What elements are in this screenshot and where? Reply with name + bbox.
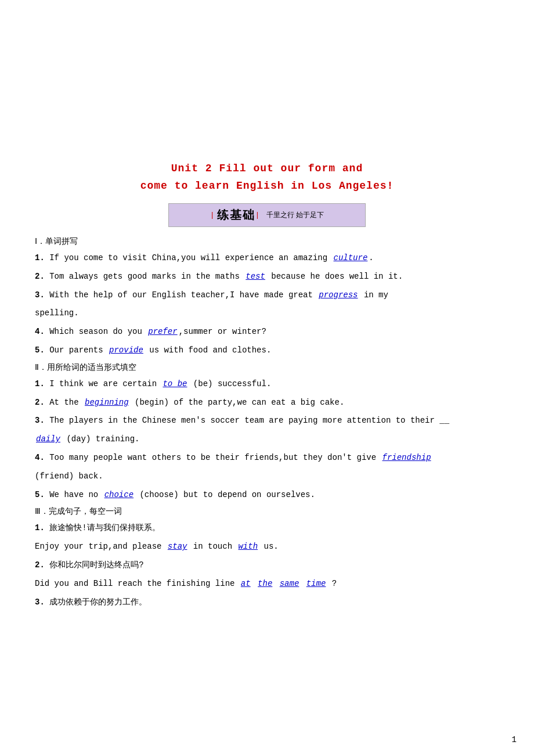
unit-title-line2: come to learn English in Los Angeles! xyxy=(35,180,499,192)
question-1-1: 1. If you come to visit China,you will e… xyxy=(35,251,499,265)
q2-5-answer: choice xyxy=(103,490,135,499)
q2-2-answer: beginning xyxy=(84,398,130,407)
q2-1-num: 1. xyxy=(35,379,45,388)
question-3-1-chinese: 1. 旅途愉快!请与我们保持联系。 xyxy=(35,521,499,535)
q2-3-num: 3. xyxy=(35,416,45,425)
q3-2-answer1: at xyxy=(240,579,252,588)
q2-before: Tom always gets good marks in the maths xyxy=(49,272,244,281)
q4-num: 4. xyxy=(35,327,45,336)
q4-answer: prefer xyxy=(147,327,178,336)
q3-2-sp1 xyxy=(252,579,257,588)
q1-after: . xyxy=(369,253,373,262)
q3-2-answer2: the xyxy=(257,579,273,588)
q2-3-hint: (day) training. xyxy=(62,434,139,444)
section-2: Ⅱ．用所给词的适当形式填空 1. I think we are certain … xyxy=(35,362,499,502)
q3-1-answer2: with xyxy=(237,542,259,551)
question-2-3: 3. The players in the Chinese men's socc… xyxy=(35,414,499,428)
section-2-label: Ⅱ．用所给词的适当形式填空 xyxy=(35,362,499,373)
header-main-text: 练基础 xyxy=(217,207,255,223)
q5-after: us with food and clothes. xyxy=(145,345,271,355)
section-3-label: Ⅲ．完成句子，每空一词 xyxy=(35,506,499,517)
question-1-2: 2. Tom always gets good marks in the mat… xyxy=(35,270,499,284)
q3-answer: progress xyxy=(317,290,359,300)
q2-1-before: I think we are certain xyxy=(49,379,161,388)
q5-answer: provide xyxy=(108,345,145,355)
q2-1-answer: to be xyxy=(161,379,188,388)
question-1-3: 3. With the help of our English teacher,… xyxy=(35,289,499,303)
q3-3-num: 3. xyxy=(35,597,45,607)
section-3: Ⅲ．完成句子，每空一词 1. 旅途愉快!请与我们保持联系。 Enjoy your… xyxy=(35,506,499,609)
question-1-5: 5. Our parents provide us with food and … xyxy=(35,344,499,358)
q3-2-chinese: 你和比尔同时到达终点吗? xyxy=(49,560,143,570)
q2-4-before: Too many people want others to be their … xyxy=(49,453,381,462)
question-2-3-cont: daily (day) training. xyxy=(35,433,499,447)
header-sub-text: 千里之行 始于足下 xyxy=(266,210,324,220)
question-1-3-cont: spelling. xyxy=(35,307,499,321)
q2-5-before: We have no xyxy=(49,490,103,499)
question-1-4: 4. Which season do you prefer,summer or … xyxy=(35,325,499,339)
q1-before: If you come to visit China,you will expe… xyxy=(49,253,332,262)
question-2-2: 2. At the beginning (begin) of the party… xyxy=(35,396,499,410)
q3-2-answer3: same xyxy=(279,579,301,588)
section-1: Ⅰ．单词拼写 1. If you come to visit China,you… xyxy=(35,236,499,358)
q2-3-answer: daily xyxy=(35,434,62,444)
q1-num: 1. xyxy=(35,253,45,262)
top-space xyxy=(35,12,499,163)
q2-after: because he does well in it. xyxy=(266,272,403,281)
q3-1-num: 1. xyxy=(35,523,45,532)
header-bar-right: | xyxy=(255,211,260,219)
q3-cont: spelling. xyxy=(35,308,79,318)
q3-1-middle: in touch xyxy=(188,542,237,551)
q3-3-chinese: 成功依赖于你的努力工作。 xyxy=(49,597,147,607)
question-2-4: 4. Too many people want others to be the… xyxy=(35,451,499,465)
q2-2-before: At the xyxy=(49,398,84,407)
q2-4-cont: (friend) back. xyxy=(35,471,103,481)
q3-num: 3. xyxy=(35,290,45,300)
q3-after: in my xyxy=(359,290,388,300)
question-3-2-eng: Did you and Bill reach the finishing lin… xyxy=(35,577,499,591)
q2-4-num: 4. xyxy=(35,453,45,462)
q2-2-num: 2. xyxy=(35,398,45,407)
q3-1-eng-before: Enjoy your trip,and please xyxy=(35,542,167,551)
q2-answer: test xyxy=(244,272,266,281)
q3-2-sp3 xyxy=(300,579,305,588)
q2-4-answer: friendship xyxy=(381,453,432,462)
header-bar-left: | xyxy=(210,211,215,219)
q1-answer: culture xyxy=(333,253,369,262)
unit-title-line1: Unit 2 Fill out our form and xyxy=(35,163,499,174)
q4-before: Which season do you xyxy=(49,327,147,336)
q4-after: ,summer or winter? xyxy=(179,327,266,336)
question-3-3-chinese: 3. 成功依赖于你的努力工作。 xyxy=(35,596,499,610)
section-1-label: Ⅰ．单词拼写 xyxy=(35,236,499,247)
q2-3-before: The players in the Chinese men's soccer … xyxy=(49,416,449,425)
q5-num: 5. xyxy=(35,345,45,355)
q3-1-answer1: stay xyxy=(167,542,189,551)
q2-1-hint: (be) successful. xyxy=(188,379,271,388)
q3-1-after: us. xyxy=(259,542,279,551)
q3-2-answer4: time xyxy=(305,579,327,588)
q3-2-sp2 xyxy=(273,579,278,588)
question-2-5: 5. We have no choice (choose) but to dep… xyxy=(35,488,499,502)
q2-5-hint: (choose) but to depend on ourselves. xyxy=(135,490,315,499)
q3-1-chinese: 旅途愉快!请与我们保持联系。 xyxy=(49,523,160,532)
q2-5-num: 5. xyxy=(35,490,45,499)
q3-before: With the help of our English teacher,I h… xyxy=(49,290,317,300)
q3-2-before: Did you and Bill reach the finishing lin… xyxy=(35,579,240,588)
section-header-banner: | 练基础 | 千里之行 始于足下 xyxy=(168,203,366,227)
question-2-1: 1. I think we are certain to be (be) suc… xyxy=(35,377,499,391)
question-3-2-chinese: 2. 你和比尔同时到达终点吗? xyxy=(35,559,499,573)
question-2-4-cont: (friend) back. xyxy=(35,470,499,484)
q5-before: Our parents xyxy=(49,345,108,355)
q3-2-after: ? xyxy=(327,579,337,588)
question-3-1-eng: Enjoy your trip,and please stay in touch… xyxy=(35,540,499,554)
page-number: 1 xyxy=(512,735,517,744)
q3-2-num: 2. xyxy=(35,560,45,570)
q2-2-hint: (begin) of the party,we can eat a big ca… xyxy=(130,398,345,407)
q2-num: 2. xyxy=(35,272,45,281)
